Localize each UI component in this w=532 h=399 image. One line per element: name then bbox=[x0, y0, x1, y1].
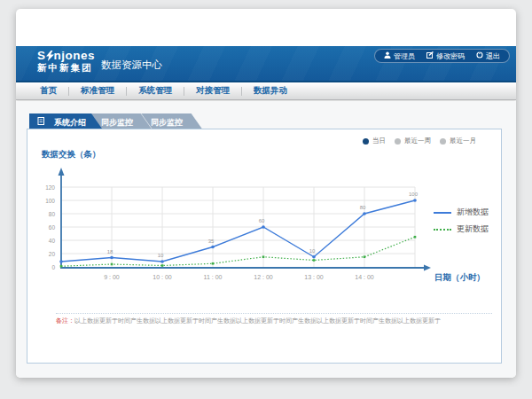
user-toolbar: 管理员修改密码退出 bbox=[374, 49, 510, 63]
nav-item-3[interactable]: 系统管理 bbox=[127, 85, 184, 97]
legend-line-icon bbox=[434, 229, 451, 231]
svg-text:日期（小时）: 日期（小时） bbox=[434, 272, 485, 283]
svg-text:12 : 00: 12 : 00 bbox=[254, 274, 273, 280]
legend-item-2: 更新数据 bbox=[434, 223, 489, 235]
svg-text:0: 0 bbox=[51, 264, 55, 270]
edit-icon bbox=[426, 51, 434, 60]
tab-label: 同步监控 bbox=[101, 118, 133, 127]
logo: S njones 新中新集团 bbox=[37, 50, 95, 74]
pill-label: 修改密码 bbox=[436, 51, 465, 61]
tab-label: 同步监控 bbox=[151, 118, 183, 127]
tab-bar: 同步监控同步监控系统介绍 bbox=[29, 113, 235, 129]
logout-icon bbox=[476, 51, 483, 60]
radio-unselected-icon bbox=[440, 138, 446, 145]
legend-label: 更新数据 bbox=[457, 223, 489, 235]
footer-note: 备注：以上数据更新于时间产生数据以上数据更新于时间产生数据以上数据更新于时间产生… bbox=[56, 317, 441, 325]
radio-label: 最近一周 bbox=[404, 137, 431, 145]
svg-text:80: 80 bbox=[360, 205, 366, 210]
radio-最近一周[interactable]: 最近一周 bbox=[395, 137, 431, 145]
svg-text:35: 35 bbox=[208, 239, 215, 244]
svg-text:100: 100 bbox=[409, 192, 419, 197]
logo-subtitle: 新中新集团 bbox=[37, 62, 95, 74]
nav-item-5[interactable]: 数据异动 bbox=[242, 85, 299, 97]
svg-text:10: 10 bbox=[309, 248, 316, 254]
note-text: 以上数据更新于时间产生数据以上数据更新于时间产生数据以上数据更新于时间产生数据以… bbox=[74, 317, 441, 324]
chart-legend: 新增数据更新数据 bbox=[434, 207, 489, 235]
radio-selected-icon bbox=[363, 138, 369, 145]
main-nav: 首页标准管理系统管理对接管理数据异动 bbox=[16, 82, 516, 100]
legend-label: 新增数据 bbox=[457, 207, 489, 218]
svg-text:100: 100 bbox=[45, 198, 55, 204]
nav-item-2[interactable]: 标准管理 bbox=[69, 85, 126, 97]
nav-item-4[interactable]: 对接管理 bbox=[184, 85, 241, 97]
desktop-background: S njones 新中新集团 数据资源中心 管理员修改密码退出 首页标准管理系统… bbox=[0, 0, 532, 399]
svg-text:40: 40 bbox=[49, 238, 56, 244]
tab-label: 系统介绍 bbox=[53, 118, 86, 127]
user-icon bbox=[384, 51, 391, 60]
lightning-icon bbox=[46, 51, 54, 61]
pill-label: 退出 bbox=[486, 51, 500, 61]
logo-text-1: S bbox=[37, 50, 46, 62]
svg-text:14 : 00: 14 : 00 bbox=[355, 274, 374, 280]
change-password-button[interactable]: 修改密码 bbox=[426, 51, 465, 61]
svg-text:9 : 00: 9 : 00 bbox=[104, 274, 120, 280]
radio-当日[interactable]: 当日 bbox=[363, 137, 386, 145]
content-panel: 0204060801001209 : 0010 : 0011 : 0012 : … bbox=[27, 129, 502, 364]
chart-y-axis-title: 数据交换（条） bbox=[42, 149, 101, 160]
radio-最近一月[interactable]: 最近一月 bbox=[440, 137, 476, 145]
svg-text:18: 18 bbox=[107, 249, 113, 254]
page-title: 数据资源中心 bbox=[101, 59, 162, 72]
legend-line-icon bbox=[434, 212, 451, 214]
svg-text:20: 20 bbox=[49, 251, 56, 257]
svg-text:10 : 00: 10 : 00 bbox=[153, 274, 172, 280]
range-radio-group: 当日最近一周最近一月 bbox=[363, 137, 476, 145]
radio-unselected-icon bbox=[395, 138, 401, 145]
app-window: S njones 新中新集团 数据资源中心 管理员修改密码退出 首页标准管理系统… bbox=[16, 9, 516, 378]
logo-text-2: njones bbox=[54, 50, 96, 62]
svg-text:120: 120 bbox=[45, 184, 55, 191]
nav-item-1[interactable]: 首页 bbox=[28, 85, 68, 97]
svg-text:13 : 00: 13 : 00 bbox=[304, 274, 324, 280]
note-divider bbox=[56, 313, 492, 314]
pill-label: 管理员 bbox=[394, 51, 415, 61]
tab-1-active[interactable]: 系统介绍 bbox=[29, 113, 102, 129]
logo-wordmark: S njones bbox=[37, 50, 95, 62]
user-button[interactable]: 管理员 bbox=[384, 51, 415, 61]
svg-text:10: 10 bbox=[158, 253, 164, 258]
app-header: S njones 新中新集团 数据资源中心 管理员修改密码退出 bbox=[16, 46, 516, 82]
logout-button[interactable]: 退出 bbox=[476, 51, 500, 61]
svg-text:11 : 00: 11 : 00 bbox=[204, 274, 223, 280]
svg-text:80: 80 bbox=[49, 211, 56, 217]
radio-label: 最近一月 bbox=[450, 137, 476, 145]
radio-label: 当日 bbox=[372, 137, 386, 145]
line-chart: 0204060801001209 : 0010 : 0011 : 0012 : … bbox=[27, 129, 501, 363]
legend-item-1: 新增数据 bbox=[434, 207, 489, 218]
svg-text:60: 60 bbox=[49, 224, 56, 231]
svg-text:60: 60 bbox=[259, 218, 265, 223]
note-label: 备注： bbox=[56, 317, 74, 324]
